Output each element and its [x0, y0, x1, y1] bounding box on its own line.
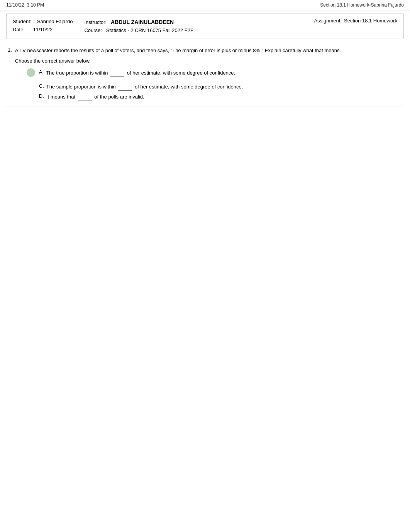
option-a-blank [110, 71, 124, 77]
option-d-label: D. [39, 93, 44, 99]
option-d-row[interactable]: D. It means that of the polls are invali… [39, 93, 341, 101]
student-row: Student: Sabrina Fajardo [13, 18, 73, 26]
student-label: Student: [13, 19, 31, 24]
header-box: Student: Sabrina Fajardo Date: 11/10/22 … [6, 14, 404, 39]
page-title: Section 18.1 Homework-Sabrina Fajardo [320, 2, 404, 8]
header-assignment-info: Assignment: Section 18.1 Homework [314, 18, 397, 24]
assignment-label: Assignment: [314, 18, 342, 24]
answer-options: A. The true proportion is within of her … [27, 69, 341, 100]
option-d-text: It means that of the polls are invalid. [46, 93, 144, 101]
date-value: 11/10/22 [33, 27, 53, 32]
header-course-info: Instructor: ABDUL ZAINULABDEEN Course: S… [73, 18, 314, 35]
instructor-name: ABDUL ZAINULABDEEN [111, 19, 174, 25]
course-label: Course: [84, 27, 102, 33]
option-d-blank [78, 95, 92, 100]
date-label: Date: [13, 27, 25, 32]
course-name: Statistics - 2 CRN 16075 Fall 2022 F2F [106, 27, 193, 33]
option-c-text: The sample proportion is within of her e… [46, 83, 243, 91]
option-a-row[interactable]: A. The true proportion is within of her … [27, 69, 341, 77]
option-c-label: C. [39, 83, 44, 89]
top-bar: 11/10/22, 3:10 PM Section 18.1 Homework-… [0, 0, 410, 10]
student-name: Sabrina Fajardo [37, 19, 73, 24]
question-number: 1. [8, 47, 12, 53]
question-section: 1. A TV newscaster reports the results o… [0, 42, 410, 107]
option-a-bubble [27, 68, 35, 77]
option-c-blank [118, 85, 132, 91]
choose-label: Choose the correct answer below. [15, 58, 341, 64]
assignment-name: Section 18.1 Homework [344, 18, 397, 24]
course-row: Course: Statistics - 2 CRN 16075 Fall 20… [84, 27, 314, 35]
option-a-label: A. [39, 69, 44, 75]
header-student-info: Student: Sabrina Fajardo Date: 11/10/22 [13, 18, 73, 34]
question-text: A TV newscaster reports the results of a… [15, 47, 341, 54]
option-a-text: The true proportion is within of her est… [46, 69, 235, 77]
instructor-label: Instructor: [84, 19, 107, 25]
question-body: A TV newscaster reports the results of a… [15, 47, 341, 102]
datetime-label: 11/10/22, 3:10 PM [6, 2, 44, 8]
option-c-row[interactable]: C. The sample proportion is within of he… [39, 83, 341, 91]
date-row: Date: 11/10/22 [13, 26, 73, 34]
instructor-row: Instructor: ABDUL ZAINULABDEEN [84, 18, 314, 27]
section-divider [6, 107, 404, 107]
question-row: 1. A TV newscaster reports the results o… [8, 47, 402, 102]
